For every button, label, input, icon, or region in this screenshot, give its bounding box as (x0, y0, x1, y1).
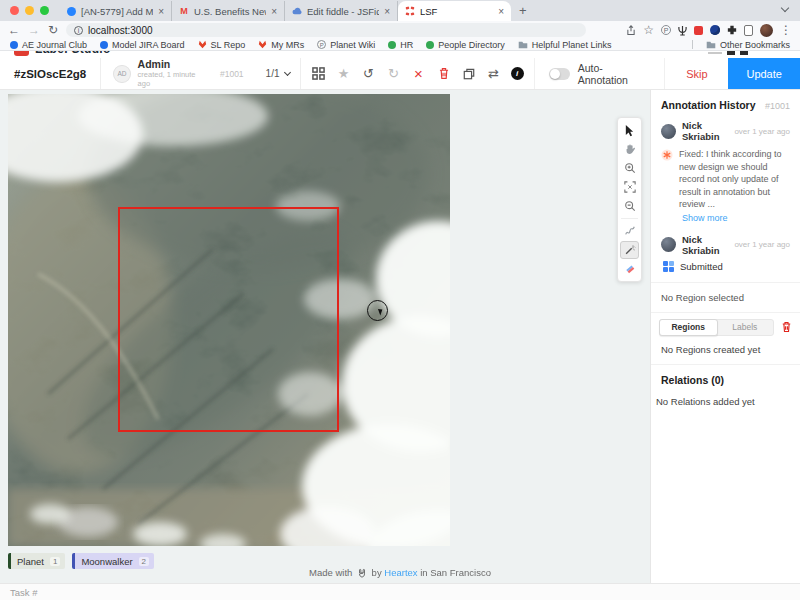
window-controls[interactable] (0, 6, 59, 21)
share-icon[interactable] (626, 25, 636, 36)
update-button[interactable]: Update (728, 58, 800, 89)
made-with-footer: Made with by Heartex in San Francisco (0, 567, 800, 578)
site-info-icon[interactable]: i (74, 26, 83, 35)
task-number-label: Task # (10, 587, 37, 598)
bookmark-planet-wiki[interactable]: PPlanet Wiki (317, 40, 375, 50)
header-partial-icons (708, 51, 748, 55)
bookmark-jira-board[interactable]: Model JIRA Board (100, 40, 185, 50)
show-more-link[interactable]: Show more (651, 211, 800, 231)
relations-title: Relations (0) (651, 365, 800, 390)
grid-view-button[interactable] (311, 66, 327, 82)
bookmark-hr[interactable]: HR (388, 40, 413, 50)
bounding-box-region[interactable] (118, 207, 339, 432)
history-comment: Fixed: I think according to new design w… (679, 148, 790, 211)
auto-annotation-label: Auto-Annotation (578, 62, 651, 86)
close-tab-icon[interactable]: × (498, 6, 504, 17)
tab-strip: [AN-5779] Add Magic Wand fu × M U.S. Ben… (0, 0, 800, 21)
bookmark-star-icon[interactable]: ☆ (643, 24, 654, 36)
tab-regions[interactable]: Regions (659, 319, 718, 336)
extensions-puzzle-icon[interactable] (727, 25, 737, 35)
fit-screen-tool-button[interactable] (620, 178, 639, 196)
star-button[interactable]: ★ (336, 66, 352, 82)
jsfiddle-cloud-icon (292, 6, 302, 16)
delete-regions-icon[interactable] (781, 321, 792, 333)
folder-icon (706, 41, 716, 49)
settings-transfer-button[interactable]: ⇄ (486, 66, 502, 82)
labelstudio-logo-icon (14, 51, 29, 56)
extension-trident-icon[interactable] (678, 25, 687, 36)
skip-button[interactable]: Skip (664, 58, 728, 89)
close-tab-icon[interactable]: × (158, 6, 164, 17)
gitlab-icon (258, 40, 267, 49)
tab-gmail[interactable]: M U.S. Benefits News - Open En × (172, 1, 285, 21)
close-tab-icon[interactable]: × (384, 6, 390, 17)
annotation-created: created, 1 minute ago (138, 70, 207, 88)
bookmark-icon (100, 41, 108, 49)
browser-avatar[interactable] (760, 24, 773, 37)
regions-labels-switch: Regions Labels (659, 319, 774, 336)
close-window-icon[interactable] (10, 6, 19, 15)
brush-tool-button[interactable] (620, 222, 639, 240)
redo-button[interactable]: ↻ (386, 66, 402, 82)
heartex-link[interactable]: Heartex (384, 567, 417, 578)
back-icon[interactable]: ← (8, 24, 20, 36)
extension-navy-icon[interactable] (710, 25, 720, 35)
new-tab-button[interactable]: + (511, 3, 535, 21)
pan-tool-button[interactable] (620, 140, 639, 158)
relations-empty-text: No Relations added yet (651, 390, 800, 413)
extension-red-icon[interactable] (694, 26, 703, 35)
menu-dots-icon[interactable]: ⋮ (780, 24, 792, 36)
select-tool-button[interactable] (620, 121, 639, 139)
tab-labels[interactable]: Labels (717, 320, 774, 335)
tab-lsf-active[interactable]: LSF × (398, 1, 511, 21)
auto-annotation-control: Auto-Annotation (534, 58, 665, 89)
folder-icon (518, 41, 528, 49)
annotation-pager[interactable]: 1/1 (256, 58, 301, 89)
tab-jira[interactable]: [AN-5779] Add Magic Wand fu × (59, 1, 172, 21)
auto-annotation-toggle[interactable] (549, 68, 570, 80)
browser-toolbar: ← → ↻ i localhost:3000 ☆ P ⋮ (0, 21, 800, 39)
jira-circle-icon (66, 6, 76, 16)
info-icon[interactable]: i (511, 67, 524, 80)
bookmark-helpful-links[interactable]: Helpful Planet Links (518, 40, 612, 50)
zoom-out-tool-button[interactable] (620, 197, 639, 215)
tab-jsfiddle[interactable]: Edit fiddle - JSFiddle - Code P × (285, 1, 398, 21)
eraser-tool-button[interactable] (620, 260, 639, 278)
annotation-canvas: Planet 1 Moonwalker 2 Made with by Heart… (0, 90, 650, 583)
bottom-bar: Task # (0, 583, 800, 600)
minimize-window-icon[interactable] (25, 6, 34, 15)
address-bar[interactable]: i localhost:3000 (66, 23, 586, 37)
close-tab-icon[interactable]: × (271, 6, 277, 17)
zoom-window-icon[interactable] (40, 6, 49, 15)
task-id: #zSlOscE2g8 (0, 58, 101, 89)
forward-icon[interactable]: → (28, 24, 40, 36)
bookmark-ae-journal[interactable]: AE Journal Club (10, 40, 87, 50)
bookmark-icon (426, 41, 434, 49)
rock-hand-icon (357, 568, 367, 578)
annotator-block[interactable]: AD Admin created, 1 minute ago #1001 (101, 58, 255, 89)
bookmark-sl-repo[interactable]: SL Repo (198, 40, 246, 50)
extension-p-icon[interactable]: P (661, 25, 671, 35)
bookmark-icon (388, 41, 396, 49)
history-entry[interactable]: Nick Skriabin over 1 year ago (651, 117, 800, 145)
annotation-id: #1001 (220, 69, 244, 79)
undo-button[interactable]: ↺ (361, 66, 377, 82)
zoom-in-tool-button[interactable] (620, 159, 639, 177)
chevron-down-icon (283, 69, 290, 76)
tab-search-chevron-icon[interactable] (782, 0, 800, 21)
reset-button[interactable]: × (411, 66, 427, 82)
bookmark-people-directory[interactable]: People Directory (426, 40, 505, 50)
delete-annotation-button[interactable] (436, 66, 452, 82)
profile-window-icon[interactable] (744, 25, 753, 36)
labelstudio-header-partial: Label Studio (0, 51, 800, 58)
history-entry[interactable]: Nick Skriabin over 1 year ago (651, 231, 800, 259)
annotation-history-title: Annotation History (661, 99, 756, 111)
browser-action-icons: ☆ P ⋮ (626, 24, 792, 37)
regions-empty-text: No Regions created yet (651, 342, 800, 364)
user-avatar (661, 237, 676, 252)
duplicate-button[interactable] (461, 66, 477, 82)
reload-icon[interactable]: ↻ (48, 24, 58, 36)
bookmark-my-mrs[interactable]: My MRs (258, 40, 304, 50)
magic-wand-tool-button[interactable] (620, 241, 639, 259)
other-bookmarks[interactable]: Other Bookmarks (706, 40, 790, 50)
